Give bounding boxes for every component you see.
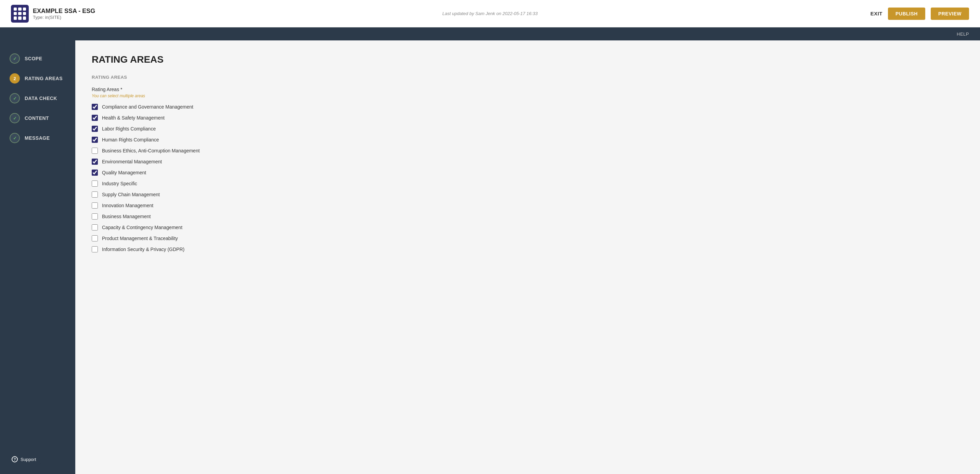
last-updated: Last updated by Sam Jenk on 2022-05-17 1…	[442, 11, 538, 16]
checkbox-item-health-safety[interactable]: Health & Safety Management	[92, 115, 964, 121]
checkbox-label-labor-rights: Labor Rights Compliance	[102, 126, 156, 131]
checkbox-human-rights[interactable]	[92, 137, 98, 143]
checkbox-labor-rights[interactable]	[92, 126, 98, 132]
checkbox-label-product-mgmt: Product Management & Traceability	[102, 236, 178, 241]
checkbox-label-human-rights: Human Rights Compliance	[102, 137, 159, 142]
sidebar-label-message: MESSAGE	[25, 135, 50, 141]
help-link[interactable]: HELP	[957, 32, 969, 37]
checkbox-business-mgmt[interactable]	[92, 213, 98, 220]
checkbox-item-human-rights[interactable]: Human Rights Compliance	[92, 137, 964, 143]
checkbox-item-compliance[interactable]: Compliance and Governance Management	[92, 104, 964, 110]
step-circle-message: ✓	[10, 133, 20, 143]
support-label: Support	[21, 457, 36, 462]
checkbox-item-info-security[interactable]: Information Security & Privacy (GDPR)	[92, 246, 964, 252]
sidebar: ✓ SCOPE 2 RATING AREAS ✓ DATA CHECK ✓ CO…	[0, 40, 75, 474]
checkbox-business-ethics[interactable]	[92, 148, 98, 154]
sidebar-item-scope[interactable]: ✓ SCOPE	[0, 49, 75, 69]
support-icon: ?	[12, 456, 18, 462]
support-button[interactable]: ? Support	[5, 453, 43, 466]
app-title-area: EXAMPLE SSA - ESG Type: in(SITE)	[33, 8, 95, 20]
checkbox-label-health-safety: Health & Safety Management	[102, 115, 165, 121]
checkbox-innovation[interactable]	[92, 203, 98, 209]
checkbox-label-compliance: Compliance and Governance Management	[102, 104, 193, 110]
checkbox-label-industry-specific: Industry Specific	[102, 181, 137, 186]
checkbox-info-security[interactable]	[92, 246, 98, 252]
checkbox-capacity[interactable]	[92, 224, 98, 230]
checkbox-label-innovation: Innovation Management	[102, 203, 153, 208]
preview-button[interactable]: PREVIEW	[931, 8, 969, 20]
logo-area: EXAMPLE SSA - ESG Type: in(SITE)	[11, 5, 95, 22]
checkbox-supply-chain[interactable]	[92, 192, 98, 198]
sidebar-label-scope: SCOPE	[25, 56, 43, 61]
app-title: EXAMPLE SSA - ESG	[33, 8, 95, 15]
checkbox-label-supply-chain: Supply Chain Management	[102, 192, 160, 197]
sidebar-item-message[interactable]: ✓ MESSAGE	[0, 128, 75, 148]
checkbox-item-quality[interactable]: Quality Management	[92, 169, 964, 176]
checkbox-item-capacity[interactable]: Capacity & Contingency Management	[92, 224, 964, 230]
help-bar: HELP	[0, 27, 980, 40]
checkbox-label-info-security: Information Security & Privacy (GDPR)	[102, 247, 185, 252]
checkbox-industry-specific[interactable]	[92, 180, 98, 187]
checkbox-label-business-ethics: Business Ethics, Anti-Corruption Managem…	[102, 148, 200, 153]
header-actions: EXIT PUBLISH PREVIEW	[870, 8, 969, 20]
step-circle-scope: ✓	[10, 53, 20, 64]
top-header: EXAMPLE SSA - ESG Type: in(SITE) Last up…	[0, 0, 980, 27]
checkbox-item-industry-specific[interactable]: Industry Specific	[92, 180, 964, 187]
sidebar-label-content: CONTENT	[25, 115, 49, 121]
sidebar-item-content[interactable]: ✓ CONTENT	[0, 108, 75, 128]
field-hint-rating-areas: You can select multiple areas	[92, 94, 964, 98]
checkbox-item-innovation[interactable]: Innovation Management	[92, 203, 964, 209]
sidebar-item-rating-areas[interactable]: 2 RATING AREAS	[0, 69, 75, 88]
sidebar-item-data-check[interactable]: ✓ DATA CHECK	[0, 88, 75, 108]
field-label-rating-areas: Rating Areas *	[92, 87, 964, 92]
exit-button[interactable]: EXIT	[870, 11, 883, 16]
checkbox-list: Compliance and Governance ManagementHeal…	[92, 104, 964, 252]
content-area: RATING AREAS RATING AREAS Rating Areas *…	[75, 40, 980, 474]
step-circle-content: ✓	[10, 113, 20, 123]
page-title: RATING AREAS	[92, 54, 964, 65]
step-circle-data-check: ✓	[10, 93, 20, 104]
checkbox-label-quality: Quality Management	[102, 170, 146, 176]
app-type: Type: in(SITE)	[33, 15, 95, 20]
checkbox-compliance[interactable]	[92, 104, 98, 110]
publish-button[interactable]: PUBLISH	[888, 8, 925, 20]
checkbox-item-labor-rights[interactable]: Labor Rights Compliance	[92, 126, 964, 132]
checkbox-label-business-mgmt: Business Management	[102, 214, 151, 219]
checkbox-environmental[interactable]	[92, 158, 98, 165]
section-label: RATING AREAS	[92, 75, 964, 80]
checkbox-label-capacity: Capacity & Contingency Management	[102, 225, 182, 230]
checkbox-item-product-mgmt[interactable]: Product Management & Traceability	[92, 235, 964, 241]
checkbox-label-environmental: Environmental Management	[102, 159, 162, 164]
main-layout: ✓ SCOPE 2 RATING AREAS ✓ DATA CHECK ✓ CO…	[0, 40, 980, 474]
checkbox-health-safety[interactable]	[92, 115, 98, 121]
checkbox-item-environmental[interactable]: Environmental Management	[92, 158, 964, 165]
sidebar-label-rating-areas: RATING AREAS	[25, 76, 63, 81]
sidebar-label-data-check: DATA CHECK	[25, 96, 57, 101]
checkbox-product-mgmt[interactable]	[92, 235, 98, 241]
checkbox-item-business-ethics[interactable]: Business Ethics, Anti-Corruption Managem…	[92, 148, 964, 154]
checkbox-item-business-mgmt[interactable]: Business Management	[92, 213, 964, 220]
app-logo	[11, 5, 29, 22]
checkbox-item-supply-chain[interactable]: Supply Chain Management	[92, 192, 964, 198]
step-circle-rating-areas: 2	[10, 73, 20, 83]
checkbox-quality[interactable]	[92, 169, 98, 176]
